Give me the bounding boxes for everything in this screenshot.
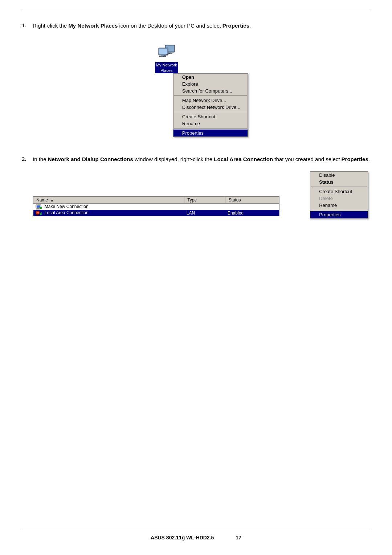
menu-item-create-shortcut-1[interactable]: Create Shortcut [173,113,248,120]
svg-rect-11 [37,208,39,209]
illustration-1: My NetworkPlaces Open Explore Search for… [33,37,370,137]
svg-rect-10 [37,205,40,208]
step-content-2: In the Network and Dialup Connections wi… [33,155,370,219]
connections-table: Name ▲ Type Status [33,196,279,216]
footer-page: 17 [236,535,241,540]
row-status-local-area: Enabled [225,210,279,216]
menu-item-properties-2[interactable]: Properties [310,211,368,218]
step-text-2: In the Network and Dialup Connections wi… [33,155,370,163]
svg-rect-7 [159,56,166,57]
svg-rect-17 [37,214,38,215]
network-icon-label: My NetworkPlaces [155,62,178,73]
step-number-2: 2. [22,155,33,219]
menu-item-disable[interactable]: Disable [310,172,368,179]
context-menu-1: Open Explore Search for Computers... Map… [173,73,248,137]
make-new-icon: + [36,204,42,209]
menu-item-rename-2[interactable]: Rename [310,202,368,209]
lan-icon [36,211,42,216]
bottom-rule [22,530,370,530]
illustration-2: Name ▲ Type Status [33,171,370,219]
row-type-make-new [184,204,225,210]
menu-item-create-shortcut-2[interactable]: Create Shortcut [310,188,368,195]
svg-rect-16 [37,212,39,213]
svg-rect-5 [159,49,167,54]
svg-rect-18 [36,215,38,215]
connections-table-wrapper: Name ▲ Type Status [33,196,279,216]
menu-item-properties-1[interactable]: Properties [173,130,248,136]
svg-text:+: + [40,207,41,209]
svg-rect-20 [41,212,41,215]
col-header-status: Status [225,197,279,204]
context-menu-2: Disable Status Create Shortcut Delete Re… [310,171,368,219]
menu-item-disconnect[interactable]: Disconnect Network Drive... [173,104,248,111]
svg-rect-12 [36,209,40,209]
menu-item-rename-1[interactable]: Rename [173,120,248,127]
col-header-name: Name ▲ [33,197,184,204]
row-name-local-area: Local Area Connection [33,210,184,216]
step-number-1: 1. [22,21,33,140]
section-1: 1. Right-click the My Network Places ico… [22,21,370,140]
menu-item-explore[interactable]: Explore [173,81,248,87]
network-places-icon [157,44,176,61]
row-status-make-new [225,204,279,210]
menu-item-map-drive[interactable]: Map Network Drive... [173,97,248,104]
menu-item-delete: Delete [310,195,368,202]
menu-item-open[interactable]: Open [173,74,248,81]
menu-separator-4 [311,187,367,187]
footer: ASUS 802.11g WL-HDD2.5 17 [22,535,370,544]
menu-item-search[interactable]: Search for Computers... [173,87,248,94]
my-network-places-icon-group: My NetworkPlaces [155,44,178,73]
step-text-1: Right-click the My Network Places icon o… [33,21,370,30]
menu-item-status[interactable]: Status [310,179,368,185]
menu-separator-2 [174,112,247,112]
row-name-make-new: + Make New Connection [33,204,184,210]
menu-separator-5 [311,210,367,210]
top-rule [22,11,370,11]
menu-separator-3 [174,128,247,128]
menu-separator-1 [174,95,247,96]
col-header-type: Type [184,197,225,204]
step-content-1: Right-click the My Network Places icon o… [33,21,370,140]
svg-rect-19 [40,213,41,215]
footer-title: ASUS 802.11g WL-HDD2.5 [151,535,214,540]
table-row-local-area[interactable]: Local Area Connection LAN Enabled [33,210,279,216]
table-row-make-new[interactable]: + Make New Connection [33,204,279,210]
sort-arrow: ▲ [50,198,54,202]
row-type-local-area: LAN [184,210,225,216]
section-2: 2. In the Network and Dialup Connections… [22,155,370,219]
